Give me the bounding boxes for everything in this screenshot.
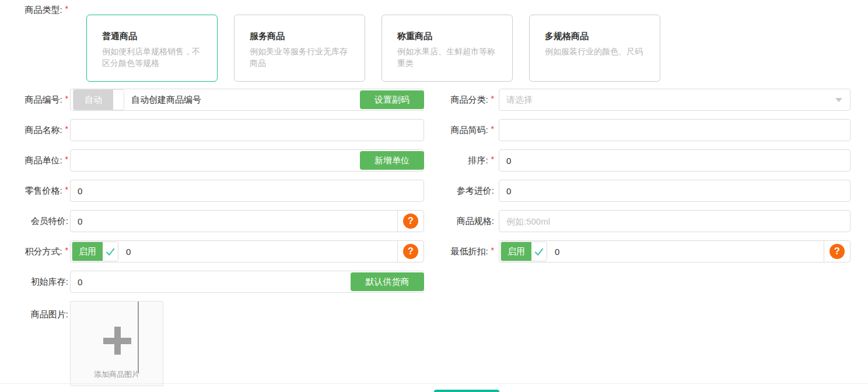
label-text: 商品单位:	[24, 155, 62, 165]
label-text: 排序:	[468, 155, 488, 165]
toggle-label: 启用	[501, 242, 531, 261]
add-image-uploader[interactable]: 添加商品图片	[70, 301, 163, 386]
name-label: 商品名称:*	[18, 125, 70, 136]
reference-price-label: 参考进价:	[424, 186, 499, 197]
label-text: 商品简码:	[450, 125, 488, 135]
initial-stock-label: 初始库存:	[18, 276, 70, 288]
unit-group: 新增单位	[70, 149, 424, 172]
discount-enable-toggle[interactable]: 启用	[501, 242, 547, 261]
member-price-value[interactable]: 0	[71, 216, 397, 226]
default-supplier-button[interactable]: 默认供货商	[351, 272, 424, 291]
product-type-card-normal[interactable]: 普通商品 例如便利店单规格销售，不区分颜色等规格	[86, 15, 218, 82]
label-text: 会员特价:	[31, 216, 68, 226]
spec-label: 商品规格:	[424, 216, 499, 227]
required-asterisk: *	[491, 155, 494, 164]
toggle-knob	[113, 90, 124, 110]
product-no-group: 自动 设置副码	[70, 89, 424, 111]
label-text: 商品名称:	[24, 125, 62, 135]
name-input[interactable]	[70, 119, 424, 141]
product-type-card-service[interactable]: 服务商品 例如美业等服务行业无库存商品	[234, 15, 365, 82]
retail-price-input[interactable]	[70, 180, 424, 202]
label-text: 初始库存:	[31, 276, 68, 286]
short-code-wrap	[499, 119, 850, 141]
toggle-knob	[531, 242, 547, 261]
form-row-2: 商品名称:* 商品简码:*	[18, 119, 868, 141]
product-type-label: 商品类型:*	[18, 5, 70, 16]
label-text: 商品规格:	[457, 216, 494, 226]
card-desc: 例如美业等服务行业无库存商品	[250, 46, 354, 69]
image-label: 商品图片:	[18, 301, 70, 320]
chevron-down-icon	[835, 98, 842, 102]
product-type-card-multispec[interactable]: 多规格商品 例如服装行业的颜色、尺码	[529, 15, 660, 82]
add-product-form: 商品类型:* 普通商品 例如便利店单规格销售，不区分颜色等规格 服务商品 例如美…	[0, 0, 868, 392]
label-text: 最低折扣:	[450, 246, 488, 256]
help-icon[interactable]: ?	[403, 214, 418, 229]
set-subcode-button[interactable]: 设置副码	[360, 90, 424, 109]
help-addon: ?	[824, 241, 850, 262]
required-asterisk: *	[65, 246, 68, 255]
category-label: 商品分类:*	[424, 94, 499, 106]
label-text: 参考进价:	[457, 186, 494, 195]
required-asterisk: *	[65, 4, 68, 13]
retail-price-wrap	[70, 180, 424, 202]
spec-wrap	[499, 210, 850, 232]
help-addon: ?	[397, 211, 424, 232]
card-desc: 例如便利店单规格销售，不区分颜色等规格	[102, 46, 206, 69]
product-type-card-weighed[interactable]: 称重商品 例如水果店、生鲜超市等称重类	[382, 15, 513, 82]
sort-label: 排序:*	[424, 155, 499, 166]
auto-number-toggle[interactable]: 自动	[73, 89, 124, 110]
category-select[interactable]: 请选择	[499, 89, 850, 111]
label-text: 商品类型:	[24, 5, 62, 15]
min-discount-group: 启用 0 ?	[499, 240, 850, 262]
required-asterisk: *	[65, 155, 68, 164]
retail-price-label: 零售价格:*	[18, 186, 70, 197]
submit-button-clipped[interactable]	[434, 390, 499, 392]
form-row-3: 商品单位:* 新增单位 排序:*	[18, 149, 868, 172]
upload-text: 添加商品图片	[71, 369, 163, 380]
card-title: 多规格商品	[545, 31, 649, 42]
form-row-5: 会员特价: 0 ? 商品规格:	[18, 210, 868, 232]
card-title: 服务商品	[250, 31, 354, 42]
card-desc: 例如服装行业的颜色、尺码	[545, 46, 649, 57]
select-placeholder: 请选择	[499, 94, 850, 106]
initial-stock-group: 默认供货商	[70, 271, 424, 293]
label-text: 商品图片:	[31, 309, 68, 319]
product-type-row: 商品类型:* 普通商品 例如便利店单规格销售，不区分颜色等规格 服务商品 例如美…	[18, 5, 868, 82]
member-price-label: 会员特价:	[18, 216, 70, 227]
check-icon	[533, 246, 545, 257]
card-title: 普通商品	[102, 31, 206, 42]
help-icon[interactable]: ?	[830, 244, 845, 259]
card-desc: 例如水果店、生鲜超市等称重类	[397, 46, 502, 69]
required-asterisk: *	[491, 246, 494, 255]
vertical-divider-line	[138, 302, 139, 373]
points-mode-label: 积分方式:*	[18, 246, 70, 257]
points-mode-box: 启用 0 ?	[70, 240, 424, 262]
product-no-label: 商品编号:*	[18, 94, 70, 106]
reference-price-wrap	[499, 180, 850, 202]
toggle-label: 自动	[74, 90, 113, 110]
check-icon	[104, 246, 116, 257]
add-unit-button[interactable]: 新增单位	[360, 151, 424, 170]
short-code-input[interactable]	[499, 119, 850, 141]
form-row-8: 商品图片: 添加商品图片	[18, 301, 868, 386]
plus-icon	[103, 327, 131, 355]
required-asterisk: *	[65, 185, 68, 194]
label-text: 商品编号:	[24, 94, 62, 104]
help-icon[interactable]: ?	[403, 244, 418, 259]
points-mode-group: 启用 0 ?	[70, 240, 424, 262]
member-price-box: 0 ?	[70, 210, 424, 232]
sort-wrap	[499, 149, 850, 172]
points-mode-value[interactable]: 0	[118, 247, 397, 257]
form-row-4: 零售价格:* 参考进价:	[18, 180, 868, 202]
sort-input[interactable]	[499, 149, 850, 172]
form-row-6: 积分方式:* 启用 0 ? 最低折扣:* 启用	[18, 240, 868, 262]
help-addon: ?	[397, 241, 424, 262]
spec-input[interactable]	[499, 210, 850, 232]
bottom-divider	[0, 383, 868, 384]
points-enable-toggle[interactable]: 启用	[72, 242, 118, 261]
category-select-wrap: 请选择	[499, 89, 850, 111]
min-discount-value[interactable]: 0	[547, 247, 824, 257]
reference-price-input[interactable]	[499, 180, 850, 202]
toggle-knob	[103, 242, 118, 261]
name-wrap	[70, 119, 424, 141]
